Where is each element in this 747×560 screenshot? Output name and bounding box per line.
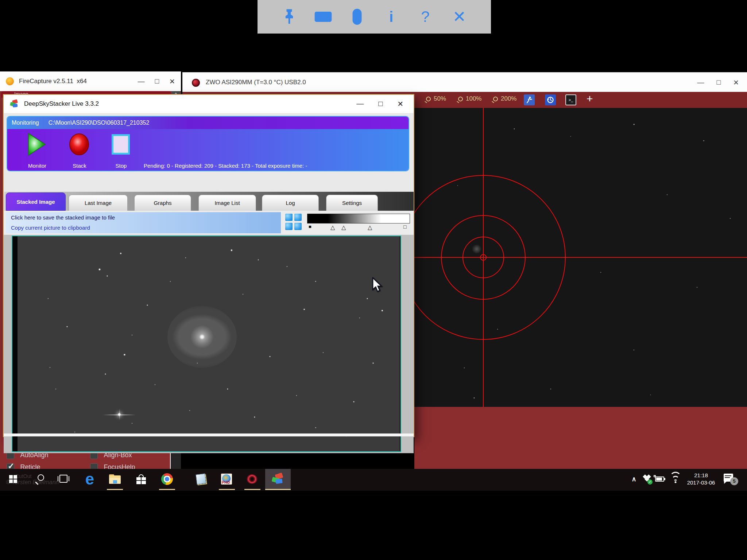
stack-button[interactable] — [69, 133, 90, 156]
zwo-window-controls: — □ ✕ — [697, 78, 747, 87]
running-indicator — [159, 489, 175, 490]
minimize-button[interactable]: — — [356, 100, 364, 108]
close-button[interactable]: ✕ — [397, 100, 403, 108]
monitor-button[interactable] — [28, 133, 46, 156]
info-icon[interactable]: i — [380, 6, 402, 28]
histogram-black-point-marker[interactable]: ■ — [309, 224, 311, 229]
mouse-cursor — [372, 277, 384, 293]
terminal-icon[interactable]: >_ — [565, 94, 576, 105]
camera-lens-icon[interactable] — [244, 469, 260, 489]
star — [359, 318, 360, 319]
close-button[interactable]: ✕ — [733, 78, 739, 87]
star — [231, 249, 232, 251]
deepskystacker-taskbar-icon[interactable] — [265, 469, 291, 489]
edge-browser-icon[interactable]: e — [81, 469, 98, 489]
notepad-icon[interactable] — [193, 469, 209, 489]
tab-last-image[interactable]: Last Image — [69, 195, 128, 211]
start-button[interactable] — [5, 469, 21, 489]
stop-button-label: Stop — [107, 163, 135, 169]
add-button[interactable]: + — [587, 93, 593, 105]
running-indicator-active — [265, 489, 291, 490]
maximize-button[interactable]: □ — [717, 78, 721, 87]
star — [372, 362, 374, 364]
close-overlay-icon[interactable]: ✕ — [448, 6, 470, 28]
maximize-button[interactable]: □ — [378, 100, 383, 108]
dss-tabbar: Stacked Image Last Image Graphs Image Li… — [4, 192, 414, 211]
magnifier-icon — [426, 97, 431, 101]
dss-image-area — [4, 235, 414, 453]
tab-log[interactable]: Log — [262, 195, 319, 211]
copy-to-clipboard-link[interactable]: Copy current picture to clipboard — [11, 225, 90, 231]
zwo-window-titlebar[interactable]: ZWO ASI290MM (T=3.0 °C) USB2.0 — □ ✕ — [182, 72, 747, 92]
tab-image-list[interactable]: Image List — [198, 195, 256, 211]
minimize-button[interactable]: — — [138, 77, 145, 86]
stop-button[interactable] — [112, 134, 130, 155]
dss-titlebar[interactable]: DeepSkyStacker Live 3.3.2 — □ ✕ — [4, 95, 414, 113]
histogram-midtone-marker[interactable]: △ — [341, 224, 346, 231]
bright-star-with-spikes — [103, 407, 136, 422]
clock-tray[interactable]: 21:18 2017-03-06 — [683, 469, 719, 489]
star — [353, 401, 355, 402]
star — [55, 388, 56, 389]
dss-monitor-block: Monitoring C:\Moon\ASI290\DSO\060317_210… — [7, 116, 409, 171]
firecapture-title: FireCapture v2.5.11 x64 — [19, 78, 87, 85]
histogram-white-point-marker[interactable]: □ — [403, 224, 406, 230]
tray-date: 2017-03-06 — [687, 479, 715, 486]
star — [132, 423, 133, 424]
star — [49, 367, 50, 368]
tab-graphs[interactable]: Graphs — [134, 195, 191, 211]
star — [132, 335, 133, 336]
notification-center-icon[interactable]: 5 — [721, 469, 741, 489]
maximize-button[interactable]: □ — [155, 77, 159, 86]
task-view-icon[interactable] — [55, 469, 71, 489]
close-button[interactable]: ✕ — [169, 77, 175, 86]
star — [105, 373, 106, 375]
magnifier-icon — [458, 97, 463, 101]
live-view — [414, 108, 747, 407]
star — [155, 384, 156, 385]
running-indicator — [219, 489, 235, 490]
battery-tray-icon[interactable] — [654, 469, 667, 489]
history-clock-icon[interactable] — [545, 94, 556, 105]
firecapture-titlebar[interactable]: FireCapture v2.5.11 x64 — □ ✕ — [0, 71, 181, 91]
star — [98, 268, 101, 271]
capture-window-lower-panel — [414, 407, 747, 472]
dss-save-panel: Click here to save the stacked image to … — [4, 211, 414, 235]
search-icon[interactable] — [31, 469, 47, 489]
star — [120, 253, 122, 254]
store-icon[interactable] — [133, 469, 150, 489]
star — [315, 281, 316, 282]
star — [286, 266, 287, 267]
file-explorer-icon[interactable] — [107, 469, 123, 489]
phd-guiding-icon[interactable]: PHD — [218, 469, 235, 489]
chrome-icon[interactable] — [158, 469, 176, 489]
mouse-icon[interactable] — [346, 6, 368, 28]
histogram-shadow-marker[interactable]: △ — [330, 224, 335, 231]
reticle-overlay — [414, 108, 747, 407]
star — [189, 410, 190, 411]
stacked-image-canvas — [18, 236, 400, 451]
star — [107, 275, 108, 277]
dropbox-tray-icon[interactable]: ✓ — [640, 469, 654, 489]
tray-chevron-icon[interactable]: ∧ — [627, 469, 640, 489]
tab-settings[interactable]: Settings — [326, 195, 378, 211]
star — [47, 298, 49, 299]
histogram-gradient-bar[interactable] — [307, 214, 410, 223]
firecapture-sun-icon — [6, 77, 14, 85]
help-icon[interactable]: ? — [414, 6, 436, 28]
pin-icon[interactable] — [278, 6, 300, 28]
zoom-100-button[interactable]: 100% — [458, 95, 481, 102]
save-stacked-image-link[interactable]: Click here to save the stacked image to … — [11, 214, 115, 221]
zoom-200-button[interactable]: 200% — [493, 95, 516, 102]
histogram-highlight-marker[interactable]: △ — [368, 224, 372, 231]
four-frame-view-icon[interactable] — [285, 214, 302, 231]
running-indicator — [107, 489, 123, 490]
minimize-button[interactable]: — — [697, 78, 704, 87]
star — [315, 427, 316, 428]
wifi-tray-icon[interactable] — [668, 469, 683, 489]
runner-icon[interactable] — [524, 94, 535, 105]
dss-window-title: DeepSkyStacker Live 3.3.2 — [24, 100, 99, 108]
zoom-50-button[interactable]: 50% — [426, 95, 446, 102]
keyboard-icon[interactable] — [312, 6, 334, 28]
tab-stacked-image[interactable]: Stacked Image — [6, 192, 66, 211]
